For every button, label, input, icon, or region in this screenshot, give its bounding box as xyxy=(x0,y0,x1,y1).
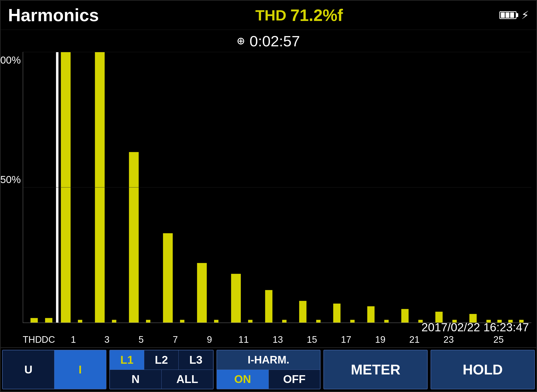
svg-rect-5 xyxy=(129,152,139,323)
x-label-9: 9 xyxy=(192,334,227,345)
y-label-50: -50% xyxy=(0,174,21,186)
svg-rect-19 xyxy=(180,320,185,323)
l1-label: L1 xyxy=(120,354,134,366)
iharm-button-group: I-HARM. ON OFF xyxy=(217,350,321,389)
hold-button[interactable]: HOLD xyxy=(431,350,535,389)
svg-rect-1 xyxy=(31,318,38,323)
grid-line-mid xyxy=(23,187,531,187)
x-label-7: 7 xyxy=(158,334,192,345)
svg-rect-12 xyxy=(367,306,375,323)
x-label-19: 19 xyxy=(363,334,397,345)
l2-button[interactable]: L2 xyxy=(144,350,179,370)
x-label-dc: DC xyxy=(40,334,57,345)
u-label: U xyxy=(24,363,32,376)
x-label-11: 11 xyxy=(227,334,261,345)
all-button[interactable]: ALL xyxy=(162,370,213,389)
ui-button-group: U I xyxy=(2,350,106,389)
thd-value: 71.2%f xyxy=(290,6,343,25)
svg-rect-24 xyxy=(350,320,355,323)
all-label: ALL xyxy=(176,373,198,385)
l3-label: L3 xyxy=(189,354,203,366)
l1-button[interactable]: L1 xyxy=(110,350,144,370)
svg-rect-21 xyxy=(248,320,252,323)
header: Harmonics THD 71.2%f ⚡ xyxy=(1,1,536,30)
chart-area: ⊕ 0:02:57 -100% -50% xyxy=(1,30,536,347)
grid-line-top xyxy=(23,52,531,52)
date-stamp: 2017/02/22 16:23:47 xyxy=(422,321,529,334)
thd-display: THD 71.2%f xyxy=(255,6,343,25)
channel-button-group: L1 L2 L3 N ALL xyxy=(109,350,214,389)
n-label: N xyxy=(132,373,140,385)
svg-rect-20 xyxy=(214,320,218,323)
meter-button[interactable]: METER xyxy=(323,350,428,389)
header-right: ⚡ xyxy=(499,7,529,23)
thd-label: THD xyxy=(255,7,286,24)
x-label-1: 1 xyxy=(57,334,90,345)
power-plug-icon: ⚡ xyxy=(521,7,529,23)
svg-rect-9 xyxy=(265,290,272,323)
x-axis: THD DC 1 3 5 7 9 11 13 15 17 19 21 23 25 xyxy=(23,334,531,345)
svg-rect-18 xyxy=(146,320,150,323)
svg-rect-10 xyxy=(299,301,307,323)
svg-rect-17 xyxy=(112,320,116,323)
svg-rect-2 xyxy=(45,318,52,323)
off-button[interactable]: OFF xyxy=(269,370,320,389)
svg-rect-6 xyxy=(163,233,173,323)
y-label-100: -100% xyxy=(0,54,21,66)
svg-rect-7 xyxy=(197,263,207,323)
x-label-23: 23 xyxy=(432,334,466,345)
n-button[interactable]: N xyxy=(110,370,162,389)
l2-label: L2 xyxy=(155,354,168,366)
meter-label: METER xyxy=(351,362,400,377)
time-display: ⊕ 0:02:57 xyxy=(237,32,300,50)
x-label-15: 15 xyxy=(295,334,329,345)
iharm-label: I-HARM. xyxy=(248,354,289,366)
u-button[interactable]: U xyxy=(3,350,54,389)
elapsed-time: 0:02:57 xyxy=(249,32,300,50)
on-button[interactable]: ON xyxy=(217,370,269,389)
svg-rect-16 xyxy=(78,320,82,323)
bottom-bar: U I L1 L2 L3 N xyxy=(1,347,536,391)
i-button[interactable]: I xyxy=(54,350,106,389)
x-label-5: 5 xyxy=(124,334,158,345)
x-label-21: 21 xyxy=(397,334,432,345)
svg-rect-25 xyxy=(384,320,389,323)
hold-label: HOLD xyxy=(463,362,503,377)
svg-rect-8 xyxy=(231,274,241,323)
x-label-13: 13 xyxy=(261,334,295,345)
chart-canvas xyxy=(23,52,531,323)
crosshair-icon: ⊕ xyxy=(237,33,245,49)
on-label: ON xyxy=(234,373,251,385)
svg-rect-23 xyxy=(316,320,320,323)
x-label-17: 17 xyxy=(329,334,363,345)
x-label-3: 3 xyxy=(90,334,124,345)
x-label-thd: THD xyxy=(23,334,40,345)
page-title: Harmonics xyxy=(8,5,99,25)
i-label: I xyxy=(79,363,82,376)
screen: Harmonics THD 71.2%f ⚡ ⊕ 0:02:57 -100% xyxy=(0,0,537,392)
x-label-25: 25 xyxy=(466,334,531,345)
svg-rect-22 xyxy=(282,320,287,323)
l3-button[interactable]: L3 xyxy=(179,350,213,370)
off-label: OFF xyxy=(283,373,306,385)
svg-rect-13 xyxy=(401,309,409,323)
svg-rect-11 xyxy=(333,304,341,323)
battery-icon xyxy=(499,11,516,19)
y-axis: -100% -50% xyxy=(1,52,23,323)
